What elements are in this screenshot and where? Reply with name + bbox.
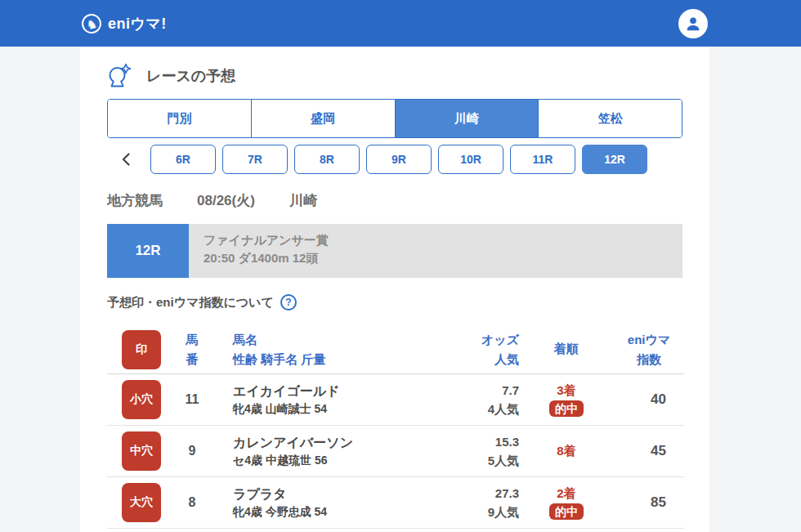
race-category: 地方競馬 [107, 191, 163, 210]
prediction-table-body: 小穴 11 エイカイゴールド 牝4歳 山崎誠士 54 7.7 4人気 3着 的中… [107, 374, 684, 529]
hit-badge: 的中 [549, 400, 584, 417]
race-button[interactable]: 10R [438, 145, 503, 174]
race-details: 20:50 ダ1400m 12頭 [204, 251, 682, 266]
eniuma-index-value: 40 [614, 391, 684, 408]
finish-position: 3着 [557, 383, 575, 399]
horse-number: 9 [164, 444, 220, 458]
race-meta-row: 地方競馬 08/26(火) 川崎 [107, 190, 682, 211]
prediction-table: 印 馬 番 馬名 性齢 騎手名 斤量 オッズ 人気 着順 eniウマ 指数 小穴… [107, 325, 684, 529]
header-eniuma-index: eniウマ 指数 [614, 330, 684, 369]
prediction-mark-badge: 小穴 [122, 380, 161, 419]
odds-cell: 27.3 9人気 [405, 484, 519, 522]
race-number-badge: 12R [107, 224, 189, 278]
race-buttons: 6R7R8R9R10R11R12R [150, 145, 647, 174]
page-title-row: レースの予想 [107, 63, 682, 89]
result-cell: 8着 [519, 444, 614, 459]
mark-cell: 大穴 [107, 483, 164, 522]
horse-logo-icon: ♞ [80, 11, 103, 34]
result-cell: 2着 的中 [519, 486, 614, 520]
prediction-row: 中穴 9 カレンアイバーソン セ4歳 中越琉世 56 15.3 5人気 8着 4… [107, 426, 684, 477]
mark-cell: 小穴 [107, 380, 164, 419]
horse-number: 11 [164, 392, 220, 407]
crystal-ball-icon [107, 63, 132, 89]
horse-info-cell: エイカイゴールド 牝4歳 山崎誠士 54 [220, 382, 405, 417]
prediction-row: 大穴 8 ラプラタ 牝4歳 今野忠成 54 27.3 9人気 2着 的中 85 [107, 477, 684, 529]
prediction-mark-badge: 中穴 [122, 431, 161, 471]
horse-name: エイカイゴールド [233, 382, 405, 400]
prediction-row: 小穴 11 エイカイゴールド 牝4歳 山崎誠士 54 7.7 4人気 3着 的中… [107, 374, 684, 426]
chevron-left-icon [122, 153, 130, 166]
race-banner: 12R ファイナルアンサー賞 20:50 ダ1400m 12頭 [107, 224, 682, 278]
account-avatar-button[interactable] [678, 9, 708, 38]
page-title: レースの予想 [146, 66, 235, 86]
odds-cell: 15.3 5人気 [405, 432, 519, 471]
venue-tab[interactable]: 盛岡 [251, 100, 395, 137]
popularity-value: 4人気 [405, 400, 519, 418]
venue-tab[interactable]: 川崎 [395, 100, 539, 137]
race-selector: 6R7R8R9R10R11R12R [107, 145, 682, 174]
race-button[interactable]: 12R [582, 145, 647, 174]
race-button[interactable]: 11R [510, 145, 575, 174]
horse-info-cell: ラプラタ 牝4歳 今野忠成 54 [220, 485, 405, 520]
venue-tabs: 門別盛岡川崎笠松 [107, 99, 682, 138]
race-name: ファイナルアンサー賞 [204, 233, 682, 248]
prediction-info-row: 予想印・eniウマ指数について ? [107, 293, 682, 312]
hit-badge: 的中 [549, 503, 584, 520]
eniuma-index-value: 85 [614, 494, 684, 511]
finish-position: 2着 [557, 486, 575, 502]
mark-cell: 中穴 [107, 431, 164, 471]
person-icon [684, 15, 702, 33]
finish-position: 8着 [557, 444, 575, 459]
header-mark: 印 [107, 330, 164, 369]
header-horse-name: 馬名 性齢 騎手名 斤量 [220, 330, 405, 369]
app-logo-text: eniウマ! [108, 14, 167, 34]
horse-name: カレンアイバーソン [233, 433, 405, 452]
venue-tab[interactable]: 門別 [108, 100, 251, 137]
prev-races-button[interactable] [114, 153, 138, 166]
result-cell: 3着 的中 [519, 383, 614, 417]
odds-value: 27.3 [405, 484, 519, 503]
horse-info-cell: カレンアイバーソン セ4歳 中越琉世 56 [220, 433, 405, 468]
header-result: 着順 [519, 342, 614, 357]
top-navigation-bar: ♞ eniウマ! [0, 0, 801, 47]
odds-cell: 7.7 4人気 [405, 381, 519, 419]
app-logo[interactable]: ♞ eniウマ! [82, 14, 167, 34]
race-date: 08/26(火) [197, 191, 255, 210]
horse-detail: 牝4歳 今野忠成 54 [233, 503, 405, 520]
main-content: レースの予想 門別盛岡川崎笠松 6R7R8R9R10R11R12R 地方競馬 0… [80, 47, 709, 532]
header-odds: オッズ 人気 [405, 330, 519, 369]
horse-number: 8 [164, 495, 220, 510]
race-venue: 川崎 [289, 191, 317, 210]
help-icon[interactable]: ? [280, 294, 297, 311]
race-button[interactable]: 9R [366, 145, 432, 174]
odds-value: 15.3 [405, 432, 519, 451]
race-button[interactable]: 6R [150, 145, 216, 174]
popularity-value: 9人気 [405, 503, 519, 521]
prediction-mark-badge: 大穴 [122, 483, 161, 522]
race-button[interactable]: 8R [294, 145, 360, 174]
odds-value: 7.7 [405, 381, 519, 400]
horse-detail: セ4歳 中越琉世 56 [233, 452, 405, 468]
header-horse-number: 馬 番 [164, 330, 220, 369]
horse-detail: 牝4歳 山崎誠士 54 [233, 400, 405, 417]
race-button[interactable]: 7R [222, 145, 288, 174]
venue-tab[interactable]: 笠松 [538, 100, 682, 137]
horse-name: ラプラタ [233, 485, 405, 503]
popularity-value: 5人気 [405, 451, 519, 470]
race-banner-body: ファイナルアンサー賞 20:50 ダ1400m 12頭 [189, 224, 682, 278]
eniuma-index-value: 45 [614, 443, 684, 459]
prediction-info-label: 予想印・eniウマ指数について [107, 295, 274, 311]
prediction-table-header: 印 馬 番 馬名 性齢 騎手名 斤量 オッズ 人気 着順 eniウマ 指数 [107, 325, 684, 374]
